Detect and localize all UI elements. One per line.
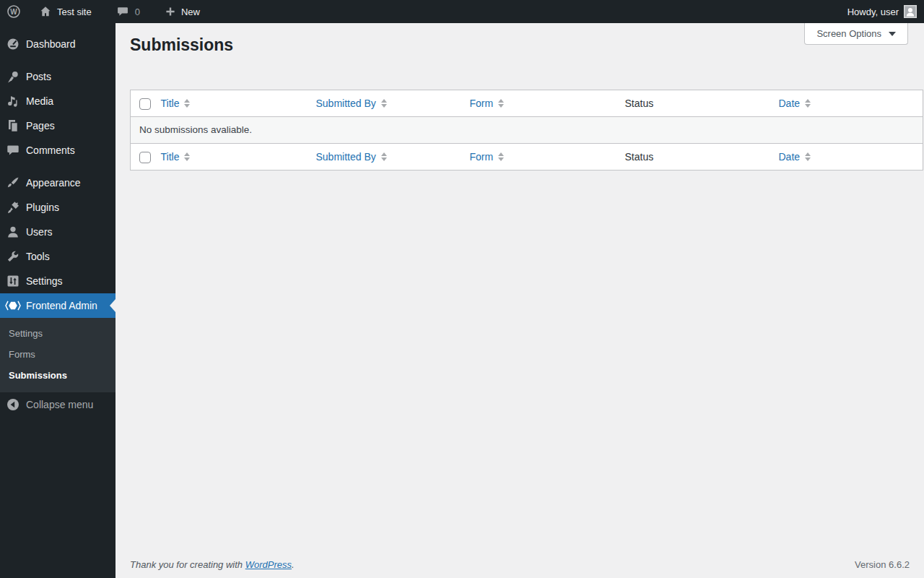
sidebar-item-label: Settings (26, 269, 63, 293)
sidebar-item-tools[interactable]: Tools (0, 244, 116, 269)
column-header-date: Date (772, 144, 923, 171)
plus-icon (165, 6, 176, 17)
sidebar-item-posts[interactable]: Posts (0, 64, 116, 89)
sidebar-item-pages[interactable]: Pages (0, 113, 116, 138)
sidebar-item-label: Pages (26, 113, 55, 138)
admin-bar: W Test site 0 (0, 0, 924, 23)
select-all-cell (131, 90, 154, 117)
menu-separator (0, 163, 116, 171)
wrench-icon (0, 249, 26, 264)
sort-submitted-by-link[interactable]: Submitted By (316, 96, 387, 111)
sort-submitted-by-link[interactable]: Submitted By (316, 150, 387, 164)
user-account-menu[interactable]: Howdy, user (840, 0, 924, 23)
screen-options-label: Screen Options (816, 28, 881, 39)
user-icon (0, 225, 26, 239)
dropdown-arrow-icon (889, 32, 896, 36)
admin-bar-right: Howdy, user (840, 0, 924, 23)
empty-message: No submissions avaliable. (131, 117, 923, 144)
sidebar-item-label: Posts (26, 64, 51, 89)
sort-arrows-icon (184, 99, 190, 108)
dashboard-icon (0, 37, 26, 51)
pin-icon (0, 69, 26, 84)
sidebar-item-label: Dashboard (26, 32, 76, 56)
comment-bubble-icon (0, 143, 26, 158)
sidebar: Dashboard Posts Med (0, 23, 116, 578)
comment-count: 0 (135, 7, 140, 17)
column-header-title: Title (154, 144, 310, 171)
sort-arrows-icon (184, 152, 190, 161)
main-content: Screen Options Submissions Title (116, 23, 924, 578)
empty-message-row: No submissions avaliable. (131, 117, 923, 144)
collapse-arrow-icon (0, 397, 26, 412)
sidebar-item-label: Comments (26, 138, 75, 163)
wordpress-link[interactable]: WordPress (245, 559, 292, 570)
sidebar-item-label: Plugins (26, 195, 59, 220)
sidebar-item-dashboard[interactable]: Dashboard (0, 32, 116, 56)
footer-thanks-text: Thank you for creating with WordPress. (130, 559, 295, 570)
sidebar-item-media[interactable]: Media (0, 89, 116, 113)
select-all-checkbox[interactable] (139, 152, 151, 163)
sliders-icon (0, 274, 26, 288)
comment-bubble-icon (116, 5, 129, 18)
submenu-item-settings[interactable]: Settings (0, 323, 116, 344)
site-name-label: Test site (57, 7, 92, 17)
sort-arrows-icon (498, 152, 504, 161)
sidebar-item-users[interactable]: Users (0, 220, 116, 244)
submenu-item-forms[interactable]: Forms (0, 344, 116, 365)
submenu-item-submissions[interactable]: Submissions (0, 365, 116, 386)
sort-title-link[interactable]: Title (161, 96, 191, 111)
sidebar-item-frontend-admin[interactable]: Frontend Admin (0, 293, 116, 318)
sort-arrows-icon (381, 99, 387, 108)
collapse-menu-button[interactable]: Collapse menu (0, 392, 116, 417)
new-content-menu[interactable]: New (157, 0, 207, 23)
sort-date-link[interactable]: Date (779, 96, 811, 111)
avatar (904, 5, 917, 18)
select-all-checkbox[interactable] (139, 98, 151, 110)
column-header-form: Form (463, 144, 619, 171)
wordpress-logo-icon: W (6, 4, 21, 19)
comments-menu[interactable]: 0 (109, 0, 147, 23)
column-header-submitted-by: Submitted By (310, 90, 463, 117)
site-name-menu[interactable]: Test site (32, 0, 99, 23)
submissions-table: Title Submitted By Form (130, 90, 923, 171)
sort-title-link[interactable]: Title (161, 150, 191, 164)
sort-arrows-icon (805, 99, 811, 108)
admin-menu: Dashboard Posts Med (0, 23, 116, 417)
sidebar-item-label: Frontend Admin (26, 293, 97, 318)
sidebar-item-label: Media (26, 89, 53, 113)
wordpress-logo-menu[interactable]: W (0, 0, 27, 23)
table-header-row: Title Submitted By Form (131, 90, 923, 117)
sidebar-item-plugins[interactable]: Plugins (0, 195, 116, 220)
admin-footer: Thank you for creating with WordPress. V… (130, 559, 910, 570)
pages-icon (0, 118, 26, 133)
sidebar-item-settings[interactable]: Settings (0, 269, 116, 293)
howdy-label: Howdy, user (847, 7, 899, 17)
sidebar-item-appearance[interactable]: Appearance (0, 171, 116, 195)
plugin-icon (0, 200, 26, 215)
admin-bar-left: W Test site 0 (0, 0, 207, 23)
sidebar-item-comments[interactable]: Comments (0, 138, 116, 163)
column-header-title: Title (154, 90, 310, 117)
collapse-menu-label: Collapse menu (26, 392, 93, 417)
column-header-date: Date (772, 90, 923, 117)
frontend-admin-submenu: Settings Forms Submissions (0, 318, 116, 392)
hexagon-brackets-icon (0, 298, 26, 313)
menu-separator (0, 56, 116, 64)
sidebar-item-label: Tools (26, 244, 50, 269)
table-footer-row: Title Submitted By Form (131, 144, 923, 171)
column-header-status: Status (619, 144, 772, 171)
sort-arrows-icon (805, 152, 811, 161)
screen-options-button[interactable]: Screen Options (804, 23, 908, 45)
home-icon (39, 5, 52, 18)
sort-date-link[interactable]: Date (779, 150, 811, 164)
sidebar-item-label: Appearance (26, 171, 81, 195)
media-notes-icon (0, 94, 26, 108)
new-label: New (181, 7, 200, 17)
column-header-status: Status (619, 90, 772, 117)
sort-arrows-icon (498, 99, 504, 108)
select-all-cell (131, 144, 154, 171)
sidebar-item-label: Users (26, 220, 53, 244)
sort-form-link[interactable]: Form (470, 150, 505, 164)
sort-arrows-icon (381, 152, 387, 161)
sort-form-link[interactable]: Form (470, 96, 505, 111)
